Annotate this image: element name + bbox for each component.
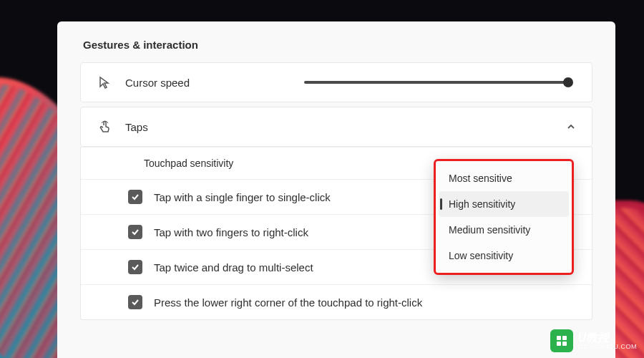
dropdown-item-most-sensitive[interactable]: Most sensitive: [439, 165, 569, 191]
dropdown-item-medium-sensitivity[interactable]: Medium sensitivity: [439, 217, 569, 243]
checkbox-checked-icon[interactable]: [128, 295, 142, 309]
tap-option-label: Press the lower right corner of the touc…: [154, 296, 422, 309]
cursor-icon: [97, 74, 112, 90]
svg-rect-2: [557, 342, 561, 346]
checkbox-checked-icon[interactable]: [128, 190, 142, 204]
checkbox-checked-icon[interactable]: [128, 260, 142, 274]
section-title: Gestures & interaction: [57, 21, 615, 62]
taps-label: Taps: [125, 121, 148, 133]
touchpad-sensitivity-label: Touchpad sensitivity: [144, 158, 233, 169]
tap-option-label: Tap with two fingers to right-click: [154, 226, 308, 238]
settings-panel: Gestures & interaction Cursor speed Taps: [57, 21, 615, 358]
svg-rect-0: [557, 336, 561, 340]
svg-rect-1: [562, 336, 567, 340]
cursor-speed-slider[interactable]: [304, 81, 569, 84]
tap-icon: [97, 119, 112, 135]
tap-option-label: Tap twice and drag to multi-select: [154, 261, 313, 274]
svg-rect-3: [562, 342, 567, 346]
slider-thumb[interactable]: [563, 77, 573, 87]
tap-option-row[interactable]: Press the lower right corner of the touc…: [81, 284, 592, 319]
dropdown-item-high-sensitivity[interactable]: High sensitivity: [439, 191, 569, 217]
watermark-brand: U教授: [577, 332, 637, 344]
watermark: U教授 UJIAOSHOU.COM: [550, 329, 637, 352]
tap-option-label: Tap with a single finger to single-click: [154, 191, 331, 203]
cursor-speed-label: Cursor speed: [125, 77, 190, 89]
taps-row[interactable]: Taps: [80, 107, 592, 147]
dropdown-item-low-sensitivity[interactable]: Low sensitivity: [439, 243, 569, 268]
checkbox-checked-icon[interactable]: [128, 225, 142, 239]
cursor-speed-row[interactable]: Cursor speed: [80, 62, 592, 102]
sensitivity-dropdown[interactable]: Most sensitive High sensitivity Medium s…: [434, 159, 574, 275]
watermark-logo-icon: [550, 329, 573, 352]
chevron-up-icon: [566, 122, 576, 132]
watermark-url: UJIAOSHOU.COM: [577, 344, 637, 350]
